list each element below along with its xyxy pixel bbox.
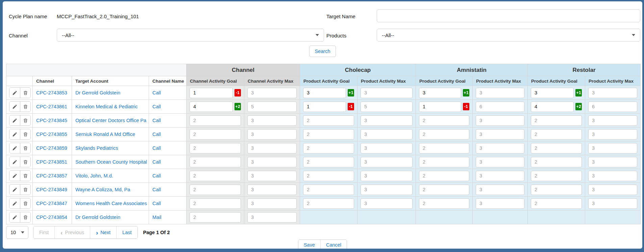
activity-max-input[interactable]: [247, 129, 297, 140]
activity-max-input[interactable]: [361, 115, 413, 126]
edit-row-button[interactable]: [9, 212, 20, 222]
activity-goal-input[interactable]: [531, 129, 582, 140]
activity-goal-input[interactable]: [419, 143, 469, 153]
next-page-button[interactable]: › Next: [90, 226, 116, 239]
activity-max-input[interactable]: [588, 115, 637, 126]
activity-goal-input[interactable]: [190, 185, 241, 195]
activity-max-input[interactable]: [588, 198, 637, 209]
channel-name-link[interactable]: Call: [152, 104, 161, 109]
cycle-plan-channel-link[interactable]: CPC-2743847: [36, 201, 67, 206]
activity-goal-input[interactable]: [531, 157, 582, 167]
activity-goal-input[interactable]: [303, 115, 354, 126]
activity-max-input[interactable]: [588, 185, 637, 195]
channel-name-link[interactable]: Call: [152, 201, 161, 206]
cycle-plan-channel-link[interactable]: CPC-2743859: [36, 145, 67, 151]
activity-max-input[interactable]: [247, 143, 297, 153]
cycle-plan-channel-link[interactable]: CPC-2743857: [36, 173, 67, 178]
activity-max-input[interactable]: [361, 185, 413, 195]
activity-max-input[interactable]: [361, 143, 413, 153]
activity-goal-input[interactable]: [190, 102, 233, 112]
delete-row-button[interactable]: [20, 157, 30, 167]
search-button[interactable]: Search: [309, 46, 336, 57]
activity-max-input[interactable]: [247, 88, 297, 98]
target-account-link[interactable]: Southern Ocean County Hospital: [75, 159, 147, 165]
activity-goal-input[interactable]: [190, 198, 241, 209]
target-account-link[interactable]: Dr Gerrold Goldstein: [75, 215, 120, 220]
target-account-link[interactable]: Serniuk Ronald A Md Office: [75, 132, 135, 137]
activity-goal-input[interactable]: [531, 185, 582, 195]
activity-max-input[interactable]: [476, 143, 524, 153]
edit-row-button[interactable]: [9, 129, 20, 139]
activity-goal-input[interactable]: [303, 88, 346, 98]
cycle-plan-channel-link[interactable]: CPC-2743861: [36, 104, 67, 109]
activity-max-input[interactable]: [247, 102, 297, 112]
activity-max-input[interactable]: [247, 115, 297, 126]
channel-name-link[interactable]: Mail: [152, 215, 162, 220]
cycle-plan-channel-link[interactable]: CPC-2743849: [36, 187, 67, 192]
delete-row-button[interactable]: [20, 198, 30, 208]
activity-max-input[interactable]: [476, 102, 524, 112]
channel-name-link[interactable]: Call: [152, 187, 161, 192]
activity-goal-input[interactable]: [531, 115, 582, 126]
activity-goal-input[interactable]: [303, 129, 354, 140]
activity-goal-input[interactable]: [303, 185, 354, 195]
activity-goal-input[interactable]: [419, 88, 461, 98]
channel-filter-select[interactable]: --All--: [57, 29, 324, 41]
channel-name-link[interactable]: Call: [152, 90, 161, 95]
activity-max-input[interactable]: [361, 129, 413, 140]
delete-row-button[interactable]: [20, 143, 30, 153]
delete-row-button[interactable]: [20, 171, 30, 181]
activity-goal-input[interactable]: [303, 102, 346, 112]
activity-max-input[interactable]: [476, 198, 524, 209]
activity-max-input[interactable]: [247, 198, 297, 209]
edit-row-button[interactable]: [9, 198, 20, 208]
activity-max-input[interactable]: [247, 171, 297, 181]
edit-row-button[interactable]: [9, 102, 20, 112]
activity-goal-input[interactable]: [419, 198, 469, 209]
target-account-link[interactable]: Vitolo, John, M.d.: [75, 173, 113, 178]
cycle-plan-channel-link[interactable]: CPC-2743855: [36, 132, 67, 137]
channel-name-link[interactable]: Call: [152, 173, 161, 178]
delete-row-button[interactable]: [20, 129, 30, 139]
delete-row-button[interactable]: [20, 185, 30, 195]
activity-goal-input[interactable]: [419, 171, 469, 181]
activity-max-input[interactable]: [476, 157, 524, 167]
activity-goal-input[interactable]: [419, 129, 469, 140]
channel-name-link[interactable]: Call: [152, 159, 161, 165]
edit-row-button[interactable]: [9, 157, 20, 167]
previous-page-button[interactable]: ‹ Previous: [54, 226, 90, 239]
activity-goal-input[interactable]: [190, 157, 241, 167]
target-account-link[interactable]: Wayne A Colizza, Md, Pa: [75, 187, 130, 192]
target-account-link[interactable]: Optical Center Doctors Office Pa: [75, 118, 146, 123]
activity-goal-input[interactable]: [531, 143, 582, 153]
save-button[interactable]: Save: [298, 240, 320, 249]
activity-goal-input[interactable]: [190, 88, 233, 98]
target-account-link[interactable]: Skylands Pediatrics: [75, 145, 118, 151]
products-filter-select[interactable]: --All--: [377, 29, 640, 41]
channel-name-link[interactable]: Call: [152, 145, 161, 151]
activity-goal-input[interactable]: [190, 143, 241, 153]
activity-max-input[interactable]: [247, 212, 297, 223]
delete-row-button[interactable]: [20, 88, 30, 98]
activity-max-input[interactable]: [476, 115, 524, 126]
edit-row-button[interactable]: [9, 185, 20, 195]
target-account-link[interactable]: Dr Gerrold Goldstein: [75, 90, 120, 95]
activity-goal-input[interactable]: [419, 115, 469, 126]
activity-max-input[interactable]: [247, 157, 297, 167]
activity-max-input[interactable]: [361, 198, 413, 209]
cancel-button[interactable]: Cancel: [320, 240, 347, 249]
edit-row-button[interactable]: [9, 115, 20, 125]
activity-max-input[interactable]: [476, 171, 524, 181]
activity-goal-input[interactable]: [303, 157, 354, 167]
activity-goal-input[interactable]: [531, 198, 582, 209]
activity-goal-input[interactable]: [419, 102, 461, 112]
delete-row-button[interactable]: [20, 212, 30, 222]
delete-row-button[interactable]: [20, 115, 30, 125]
cycle-plan-channel-link[interactable]: CPC-2743853: [36, 90, 67, 95]
last-page-button[interactable]: Last: [116, 226, 137, 239]
activity-goal-input[interactable]: [190, 129, 241, 140]
activity-goal-input[interactable]: [190, 212, 241, 223]
activity-goal-input[interactable]: [531, 88, 574, 98]
activity-goal-input[interactable]: [303, 198, 354, 209]
activity-max-input[interactable]: [588, 157, 637, 167]
